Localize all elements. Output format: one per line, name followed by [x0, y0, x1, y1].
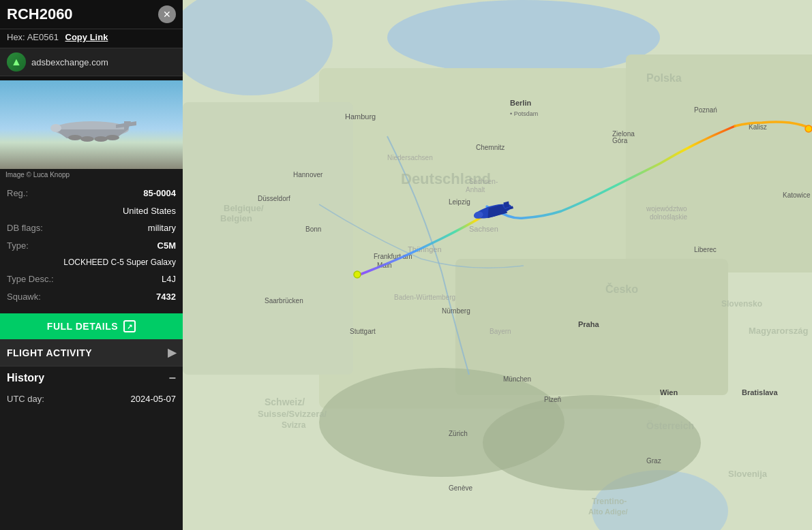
hex-row: Hex: AE0561 Copy Link — [0, 29, 183, 48]
svg-text:Hamburg: Hamburg — [345, 112, 376, 121]
svg-text:Góra: Góra — [612, 137, 628, 144]
svg-text:Slovensko: Slovensko — [721, 299, 762, 309]
svg-text:München: München — [503, 375, 531, 383]
typename-value: LOCKHEED C-5 Super Galaxy — [63, 256, 176, 268]
map-svg: Hamburg Hannover Berlin • Potsdam Leipzi… — [183, 0, 812, 530]
aircraft-photo-bg — [0, 80, 183, 169]
svg-text:Nürnberg: Nürnberg — [442, 307, 470, 315]
type-label: Type: — [7, 239, 29, 253]
svg-text:Trentino-: Trentino- — [592, 497, 627, 506]
history-label: History — [7, 372, 44, 384]
close-button[interactable]: ✕ — [158, 5, 176, 23]
svg-text:dolnośląskie: dolnośląskie — [650, 213, 687, 221]
svg-text:Suisse/Svizzera/: Suisse/Svizzera/ — [258, 409, 327, 419]
info-row-typename: LOCKHEED C-5 Super Galaxy — [0, 254, 183, 270]
svg-text:Alto Adige/: Alto Adige/ — [588, 508, 628, 516]
dbflags-value: military — [148, 221, 176, 235]
svg-text:Saarbrücken: Saarbrücken — [265, 297, 303, 305]
history-section-header[interactable]: History − — [0, 366, 183, 390]
chevron-right-icon: ▶ — [168, 346, 177, 359]
svg-text:Graz: Graz — [646, 457, 661, 465]
svg-text:Belgien: Belgien — [220, 213, 252, 223]
svg-text:Chemnitz: Chemnitz — [476, 144, 505, 151]
svg-point-5 — [50, 124, 61, 132]
svg-text:Sachsen-: Sachsen- — [469, 178, 498, 185]
hex-value: AE0561 — [27, 32, 59, 42]
dbflags-label: DB flags: — [7, 221, 43, 235]
typedesc-label: Type Desc.: — [7, 272, 54, 286]
svg-point-19 — [483, 395, 701, 490]
image-credit: Image © Luca Knopp — [0, 169, 183, 181]
typedesc-value: L4J — [162, 272, 176, 286]
svg-text:Anhalt: Anhalt — [466, 186, 485, 193]
svg-text:Česko: Česko — [605, 283, 638, 295]
svg-text:Praha: Praha — [578, 320, 599, 328]
svg-text:Düsseldorf: Düsseldorf — [258, 195, 290, 202]
source-logo: ▲ — [7, 52, 26, 72]
svg-text:Belgique/: Belgique/ — [224, 203, 264, 213]
svg-text:Stuttgart: Stuttgart — [350, 328, 376, 335]
svg-text:• Potsdam: • Potsdam — [510, 110, 538, 117]
svg-text:Plzeň: Plzeň — [544, 396, 561, 403]
collapse-icon: − — [168, 372, 176, 384]
svg-text:Schweiz/: Schweiz/ — [265, 396, 305, 407]
info-row-type: Type: C5M — [0, 237, 183, 255]
svg-text:Zürich: Zürich — [449, 430, 468, 437]
utc-day-label: UTC day: — [7, 394, 44, 404]
svg-point-7 — [80, 136, 94, 142]
svg-text:Katowice: Katowice — [783, 191, 811, 199]
svg-rect-15 — [626, 54, 812, 272]
source-name: adsbexchange.com — [31, 57, 108, 67]
copy-link-button[interactable]: Copy Link — [65, 32, 108, 42]
info-row-reg: Reg.: 85-0004 — [0, 185, 183, 202]
svg-text:Berlin: Berlin — [510, 99, 531, 107]
aircraft-photo — [0, 80, 183, 169]
svg-text:Poznań: Poznań — [694, 106, 717, 114]
type-value: C5M — [157, 239, 176, 253]
svg-text:Österreich: Österreich — [646, 420, 694, 431]
svg-text:Hannover: Hannover — [293, 171, 323, 178]
svg-point-70 — [805, 125, 812, 132]
svg-text:Kalisz: Kalisz — [749, 123, 767, 131]
hex-label: Hex: — [7, 32, 25, 42]
squawk-value: 7432 — [156, 290, 176, 304]
source-row: ▲ adsbexchange.com — [0, 48, 183, 76]
sidebar-header: RCH2060 ✕ — [0, 0, 183, 29]
flight-activity-button[interactable]: FLIGHT ACTIVITY ▶ — [0, 339, 183, 366]
svg-text:Polska: Polska — [646, 72, 682, 84]
svg-text:Magyarország: Magyarország — [749, 326, 808, 336]
svg-text:Baden-Württemberg: Baden-Württemberg — [394, 294, 455, 301]
svg-text:Bayern: Bayern — [490, 328, 511, 335]
svg-point-8 — [94, 136, 108, 142]
svg-point-12 — [387, 0, 660, 75]
map-area[interactable]: Hamburg Hannover Berlin • Potsdam Leipzi… — [183, 0, 812, 530]
reg-label: Reg.: — [7, 187, 28, 200]
info-row-squawk: Squawk: 7432 — [0, 288, 183, 306]
external-link-icon: ↗ — [123, 320, 136, 332]
squawk-label: Squawk: — [7, 290, 41, 304]
utc-date-value: 2024-05-07 — [131, 394, 177, 404]
utc-row: UTC day: 2024-05-07 — [0, 390, 183, 408]
svg-text:Leipzig: Leipzig — [449, 198, 470, 206]
sidebar: RCH2060 ✕ Hex: AE0561 Copy Link ▲ adsbex… — [0, 0, 183, 530]
source-logo-icon: ▲ — [11, 56, 22, 68]
svg-point-71 — [354, 271, 361, 278]
flight-activity-label: FLIGHT ACTIVITY — [7, 347, 92, 358]
full-details-label: FULL DETAILS — [47, 321, 118, 332]
info-row-dbflags: DB flags: military — [0, 219, 183, 237]
svg-text:Bratislava: Bratislava — [742, 388, 778, 396]
reg-value: 85-0004 — [143, 187, 176, 200]
info-row-typedesc: Type Desc.: L4J — [0, 270, 183, 288]
full-details-button[interactable]: FULL DETAILS ↗ — [0, 313, 183, 339]
country-value: United States — [123, 204, 176, 218]
svg-text:województwo: województwo — [646, 205, 687, 213]
svg-text:Genève: Genève — [449, 484, 472, 492]
svg-point-9 — [106, 135, 119, 140]
svg-text:Bonn: Bonn — [305, 225, 321, 233]
info-section: Reg.: 85-0004 United States DB flags: mi… — [0, 181, 183, 309]
flight-id: RCH2060 — [7, 5, 73, 23]
svg-text:Svizra: Svizra — [282, 420, 306, 430]
svg-text:Niedersachsen: Niedersachsen — [387, 154, 433, 161]
svg-text:Slovenija: Slovenija — [728, 469, 768, 479]
svg-rect-16 — [183, 102, 353, 375]
